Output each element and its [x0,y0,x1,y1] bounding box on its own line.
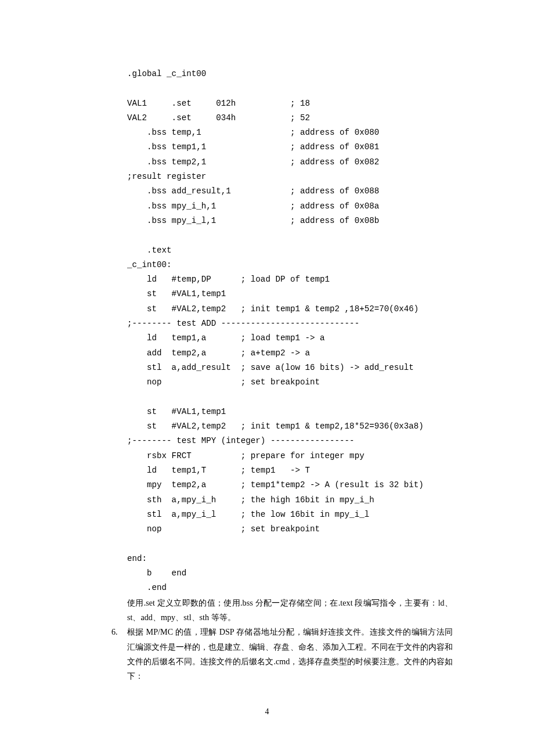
code-line: stl a,mpy_i_l ; the low 16bit in mpy_i_l [127,510,369,519]
code-line: sth a,mpy_i_h ; the high 16bit in mpy_i_… [127,495,374,505]
code-line: .text [127,246,172,255]
code-line: stl a,add_result ; save a(low 16 bits) -… [127,363,414,372]
code-line: st #VAL2,temp2 ; init temp1 & temp2 ,18+… [127,304,418,314]
code-line: VAL1 .set 012h ; 18 [127,99,310,108]
code-line: ld temp1,T ; temp1 -> T [127,466,310,475]
list-number: 6. [111,625,127,639]
code-line: nop ; set breakpoint [127,524,320,534]
code-line: ;-------- test ADD ---------------------… [127,319,359,328]
code-line: .bss mpy_i_h,1 ; address of 0x08a [127,201,379,211]
code-line: .bss temp2,1 ; address of 0x082 [127,157,379,167]
code-line: ;result register [127,172,206,181]
code-line: .bss temp,1 ; address of 0x080 [127,128,379,137]
code-line: ld temp1,a ; load temp1 -> a [127,333,325,343]
code-line: end: [127,554,147,563]
code-block: .global _c_int00 VAL1 .set 012h ; 18 VAL… [127,67,453,596]
code-line: .bss temp1,1 ; address of 0x081 [127,142,379,152]
code-line: .bss add_result,1 ; address of 0x088 [127,186,379,196]
paragraph-linker-file: 根据 MP/MC 的值，理解 DSP 存储器地址分配，编辑好连接文件。连接文件的… [127,625,453,683]
code-line: VAL2 .set 034h ; 52 [127,113,310,123]
code-line: ld #temp,DP ; load DP of temp1 [127,275,330,284]
code-line: add temp2,a ; a+temp2 -> a [127,348,310,358]
code-line: _c_int00: [127,260,172,269]
code-line: nop ; set breakpoint [127,377,320,387]
code-line: mpy temp2,a ; temp1*temp2 -> A (result i… [127,480,424,489]
code-line: .bss mpy_i_l,1 ; address of 0x08b [127,216,379,225]
code-line: st #VAL2,temp2 ; init temp1 & temp2,18*5… [127,422,424,431]
code-line: st #VAL1,temp1 [127,407,226,416]
code-line: rsbx FRCT ; prepare for integer mpy [127,451,365,460]
code-line: st #VAL1,temp1 [127,289,226,298]
code-line: .end [127,583,167,592]
code-line: b end [127,568,186,578]
page-number: 4 [0,707,534,717]
paragraph-usage: 使用.set 定义立即数的值；使用.bss 分配一定存储空间；在.text 段编… [127,596,453,625]
numbered-item-6: 6. 根据 MP/MC 的值，理解 DSP 存储器地址分配，编辑好连接文件。连接… [111,625,453,683]
code-line: ;-------- test MPY (integer) -----------… [127,436,355,445]
code-line: .global _c_int00 [127,69,206,78]
